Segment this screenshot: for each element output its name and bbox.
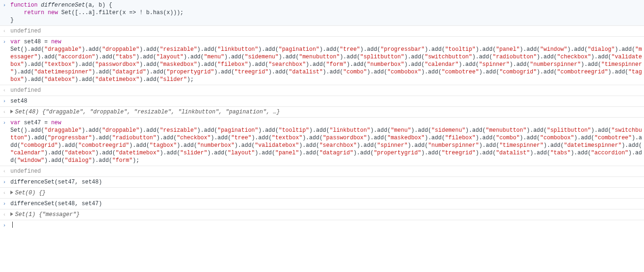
set-item: "draggable" [46, 109, 83, 115]
string-literal: "tooltip" [279, 127, 309, 134]
set-item: "pagination" [226, 109, 266, 115]
string-literal: "accordion" [591, 150, 628, 156]
code-content: set48 [10, 97, 644, 105]
string-literal: "dialog" [587, 46, 615, 53]
string-literal: "passwordbox" [323, 135, 367, 141]
string-literal: "textbox" [272, 135, 303, 141]
string-literal: "dialog" [65, 157, 92, 164]
set-label: Set(48) { [15, 109, 46, 115]
string-literal: "combotree" [442, 69, 479, 75]
console-row-11: ‹Set(1) {"messager"} [0, 209, 644, 220]
string-literal: "form" [326, 61, 347, 68]
code-content: Set(0) {} [10, 189, 644, 197]
string-literal: "slider" [160, 76, 187, 83]
string-literal: "datebox" [65, 150, 95, 156]
string-literal: "sidemenu" [245, 54, 279, 60]
string-literal: "slider" [180, 150, 207, 156]
console-row-10: ›differenceSet(set48, set47) [0, 199, 644, 209]
output-marker: ‹ [3, 211, 8, 218]
string-literal: "datetimespinner" [34, 69, 91, 75]
console-row-4: ›set48 [0, 96, 644, 107]
console-row-1: ‹undefined [0, 26, 644, 37]
string-literal: "tabs" [550, 150, 570, 156]
code-content: function differenceSet(a, b) { return ne… [10, 1, 644, 24]
string-literal: "datagrid" [319, 150, 353, 156]
string-literal: "datetimespinner" [564, 142, 621, 149]
expand-triangle-icon[interactable] [10, 110, 13, 113]
string-literal: "checkbox" [557, 54, 591, 60]
string-literal: "linkbutton" [330, 127, 370, 134]
string-literal: "form" [112, 157, 132, 164]
string-literal: "textbox" [44, 61, 75, 68]
set-ellipsis: } [76, 211, 80, 218]
console-row-12: › [0, 220, 644, 232]
set-item: "droppable" [90, 109, 127, 115]
string-literal: "resizable" [160, 46, 197, 53]
expand-triangle-icon[interactable] [10, 191, 13, 194]
string-literal: "numberbox" [197, 142, 234, 149]
string-literal: "combo" [343, 69, 367, 75]
code-content: differenceSet(set48, set47) [10, 200, 644, 208]
string-literal: "calendar" [425, 61, 459, 68]
string-literal: "combobox" [540, 135, 574, 141]
string-literal: "searchbox" [268, 61, 305, 68]
string-literal: "menubutton" [486, 127, 526, 134]
console-row-9: ‹Set(0) {} [0, 188, 644, 199]
string-literal: "combotree" [594, 135, 632, 141]
string-literal: "datagrid" [112, 69, 146, 75]
set-ctor: Set [61, 9, 72, 16]
keyword-new: new [51, 39, 61, 45]
expression: differenceSet(set47, set48) [10, 179, 102, 185]
string-literal: "radiobutton" [493, 54, 537, 60]
var-name: set48 = [21, 39, 51, 45]
string-literal: "tree" [340, 46, 360, 53]
string-literal: "menubutton" [299, 54, 339, 60]
expression: differenceSet(set48, set47) [10, 200, 102, 207]
console-row-8: ›differenceSet(set47, set48) [0, 177, 644, 188]
var-name: set47 = [21, 120, 51, 126]
string-literal: "numberspinner" [530, 61, 581, 68]
output-marker: ‹ [3, 27, 8, 35]
code-content: undefined [10, 87, 644, 94]
code-content: undefined [10, 27, 644, 35]
string-literal: "droppable" [102, 46, 139, 53]
string-literal: "spinner" [377, 142, 408, 149]
string-literal: "splitbutton" [547, 127, 591, 134]
set-label: Set(0) {} [15, 190, 46, 196]
string-literal: "treegrid" [442, 150, 476, 156]
string-literal: "checkbox" [177, 135, 211, 141]
input-cursor[interactable] [12, 222, 13, 228]
input-marker: › [3, 178, 8, 186]
expression: set48 [10, 98, 27, 104]
string-literal: "spinner" [479, 61, 510, 68]
string-literal: "radiobutton" [112, 135, 157, 141]
undefined-result: undefined [10, 87, 41, 94]
undefined-result: undefined [10, 28, 41, 34]
string-literal: "numberspinner" [428, 142, 479, 149]
console-log: ›function differenceSet(a, b) { return n… [0, 0, 644, 232]
console-row-0: ›function differenceSet(a, b) { return n… [0, 0, 644, 26]
keyword-new: new [48, 9, 58, 16]
string-literal: "resizable" [160, 127, 197, 134]
string-literal: "window" [540, 46, 568, 53]
string-literal: "propertygrid" [166, 69, 214, 75]
set-item: "messager" [42, 211, 76, 218]
string-literal: "switchbutton" [425, 54, 472, 60]
string-literal: "combotreegrid" [557, 69, 608, 75]
console-row-3: ‹undefined [0, 85, 644, 96]
string-literal: "sidemenu" [431, 127, 465, 134]
string-literal: "maskedbox" [160, 61, 197, 68]
string-literal: "combobox" [387, 69, 421, 75]
console-row-7: ‹undefined [0, 166, 644, 177]
expand-triangle-icon[interactable] [10, 212, 13, 216]
string-literal: "maskedbox" [387, 135, 424, 141]
code-content [10, 222, 644, 229]
set-ellipsis: , …} [266, 109, 280, 115]
input-marker: › [3, 97, 8, 105]
string-literal: "calendar" [10, 150, 44, 156]
string-literal: "draggable" [44, 46, 82, 53]
code-content: Set(1) {"messager"} [10, 211, 644, 218]
string-literal: "combogrid" [499, 69, 537, 75]
string-literal: "numberbox" [367, 61, 404, 68]
string-literal: "tooltip" [445, 46, 476, 53]
